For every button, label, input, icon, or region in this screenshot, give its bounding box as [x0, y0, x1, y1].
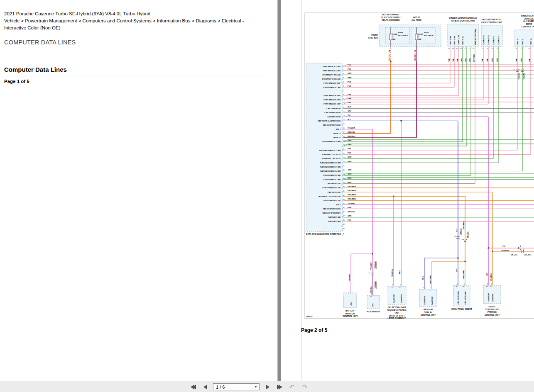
svg-text:CONSOLE): CONSOLE)	[524, 18, 534, 20]
svg-text:CAN LOW: CAN LOW	[393, 295, 395, 303]
first-page-button[interactable]	[189, 383, 197, 391]
next-view-button[interactable]: ↷	[300, 383, 309, 391]
svg-text:LOCK CONTROL UNIT: LOCK CONTROL UNIT	[481, 22, 502, 24]
page-dropdown-caret-icon[interactable]: ▼	[254, 385, 257, 389]
previous-view-button[interactable]: ↶	[287, 383, 296, 391]
svg-text:23: 23	[343, 157, 345, 158]
svg-text:ORG/BRN: ORG/BRN	[501, 249, 509, 251]
svg-text:34: 34	[343, 203, 345, 205]
svg-text:1: 1	[349, 291, 350, 292]
svg-text:DRIVE: DRIVE	[526, 23, 532, 25]
svg-text:81: 81	[473, 48, 474, 49]
svg-text:GRY: GRY	[348, 110, 351, 112]
svg-text:FXRY BRANCH 11 BP: FXRY BRANCH 11 BP	[323, 70, 340, 72]
svg-text:2: 2	[482, 48, 483, 49]
svg-text:VIO: VIO	[502, 245, 506, 247]
svg-text:FLXRY 1- IN: FLXRY 1- IN	[458, 35, 460, 45]
svg-text:FUSE: FUSE	[424, 32, 429, 34]
svg-text:4: 4	[399, 284, 400, 286]
svg-text:12: 12	[343, 111, 345, 112]
svg-text:FXRY BRANCH 10 BP: FXRY BRANCH 10 BP	[323, 66, 340, 68]
previous-page-icon	[203, 385, 207, 390]
svg-text:AIR BAG DISPOSAL: AIR BAG DISPOSAL	[474, 28, 476, 45]
svg-text:12: 12	[513, 69, 515, 71]
svg-text:PNK: PNK	[348, 81, 351, 83]
page-note: Page 1 of 5	[4, 79, 29, 84]
svg-text:PNK: PNK	[348, 207, 351, 209]
svg-text:FRONT: FRONT	[371, 34, 378, 36]
svg-text:GRY/RED: GRY/RED	[473, 54, 475, 62]
svg-text:6: 6	[516, 48, 517, 49]
app-window: 2021 Porsche Cayenne Turbo SE-Hybrid (9Y…	[0, 0, 534, 392]
breadcrumb: Vehicle > Powertrain Management > Comput…	[4, 17, 267, 32]
svg-text:GRN: GRN	[348, 215, 351, 217]
svg-text:FLEXRAY BRANCH 4 BM: FLEXRAY BRANCH 4 BM	[320, 170, 340, 172]
svg-text:2A: 2A	[388, 50, 390, 52]
svg-text:BLU: BLU	[348, 119, 351, 121]
svg-text:GRN: GRN	[461, 58, 463, 62]
svg-text:FXRY 2+: FXRY 2+	[517, 38, 519, 45]
svg-text:FXRY BRANCH 1 BP: FXRY BRANCH 1 BP	[323, 103, 340, 105]
svg-text:CAN INSTR CLUSTER LOW: CAN INSTR CLUSTER LOW	[318, 195, 340, 197]
svg-text:11: 11	[343, 107, 345, 108]
svg-text:SELECTOR LEVER: SELECTOR LEVER	[388, 307, 406, 309]
svg-text:FXRY BRANCH 2 BP: FXRY BRANCH 2 BP	[323, 99, 340, 101]
next-page-button[interactable]	[263, 383, 272, 391]
svg-text:PNK: PNK	[348, 85, 351, 87]
svg-text:BLK: BLK	[348, 106, 351, 108]
svg-text:LEVER ASSEMBLY): LEVER ASSEMBLY)	[388, 317, 407, 319]
svg-text:FXRY BRANCH 8 BP: FXRY BRANCH 8 BP	[323, 82, 340, 84]
svg-text:BLU: BLU	[456, 268, 458, 272]
svg-text:T46(1B): T46(1B)	[518, 73, 520, 80]
svg-text:FLEXRAY 9 BM: FLEXRAY 9 BM	[328, 216, 341, 218]
svg-text:57: 57	[460, 48, 462, 49]
svg-text:12: 12	[468, 48, 470, 49]
svg-text:FXRY BRANCH 10 BM: FXRY BRANCH 10 BM	[322, 141, 340, 143]
svg-text:VIO: VIO	[486, 273, 488, 276]
svg-text:GRN: GRN	[491, 58, 493, 62]
svg-text:SENSORS CONTROL: SENSORS CONTROL	[387, 309, 407, 312]
vehicle-title: 2021 Porsche Cayenne Turbo SE-Hybrid (9Y…	[4, 10, 267, 17]
svg-text:PNK: PNK	[486, 58, 488, 62]
svg-text:1: 1	[343, 65, 344, 66]
svg-text:13: 13	[454, 236, 456, 237]
svg-text:LIN 1: LIN 1	[350, 302, 352, 306]
svg-text:CAN COMFORT HIGH: CAN COMFORT HIGH	[323, 208, 340, 210]
svg-text:ETHERNET 1 TX PLUS: ETHERNET 1 TX PLUS	[322, 153, 340, 156]
svg-text:FUSE: FUSE	[398, 32, 403, 34]
article-heading: Computer Data Lines	[4, 66, 265, 76]
svg-text:TERM 15: TERM 15	[333, 132, 340, 134]
svg-text:PNK: PNK	[348, 148, 351, 150]
last-page-button[interactable]	[275, 383, 284, 391]
svg-text:7A: 7A	[414, 50, 416, 52]
svg-text:GRN: GRN	[348, 72, 351, 74]
svg-text:1: 1	[423, 287, 424, 289]
svg-text:15 VOLTAGE SUPPLY: 15 VOLTAGE SUPPLY	[381, 17, 400, 19]
svg-text:FXRY 2+ IN: FXRY 2+ IN	[453, 36, 456, 45]
svg-text:5: 5	[343, 81, 344, 83]
document-header: 2021 Porsche Cayenne Turbo SE-Hybrid (9Y…	[4, 10, 267, 32]
svg-text:WAKE-UP ETHERNET: WAKE-UP ETHERNET	[323, 212, 341, 214]
svg-text:PNK: PNK	[348, 93, 351, 95]
svg-text:PNK: PNK	[481, 58, 483, 62]
svg-text:T4L-2E1: T4L-2E1	[524, 253, 531, 256]
previous-page-button[interactable]	[201, 383, 209, 391]
svg-text:11: 11	[518, 69, 520, 71]
svg-text:GRN: GRN	[465, 58, 467, 62]
page-indicator-input[interactable]	[215, 384, 253, 390]
panel-divider[interactable]	[277, 0, 281, 381]
svg-text:(UNDER CENTER: (UNDER CENTER	[521, 15, 534, 17]
svg-text:VIO/WHT: VIO/WHT	[370, 262, 372, 270]
svg-text:HOLDER E: HOLDER E	[424, 34, 434, 37]
svg-text:50: 50	[456, 48, 458, 49]
svg-text:DISPLAY: DISPLAY	[424, 312, 433, 314]
svg-text:7: 7	[521, 48, 522, 49]
svg-text:FXRY 1+ IN: FXRY 1+ IN	[449, 36, 451, 45]
svg-text:CAN INSTR CLUSTER HIGH: CAN INSTR CLUSTER HIGH	[318, 120, 340, 122]
svg-text:2: 2	[369, 272, 370, 274]
svg-text:6: 6	[492, 48, 492, 49]
svg-text:LIN 2: LIN 2	[336, 204, 341, 206]
svg-text:PNK: PNK	[529, 58, 531, 62]
first-page-icon2	[193, 385, 196, 390]
svg-text:ORG/BRN: ORG/BRN	[348, 190, 356, 192]
